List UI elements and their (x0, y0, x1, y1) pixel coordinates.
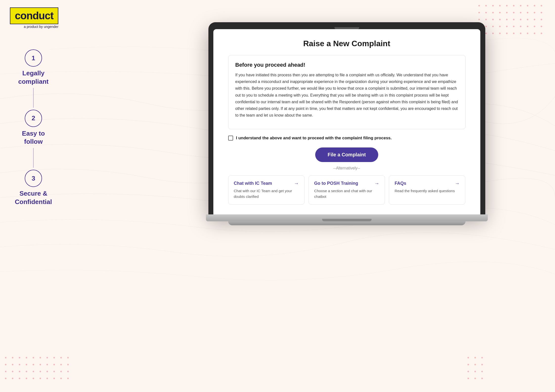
warning-body: If you have initiated this process then … (235, 72, 458, 119)
action-cards: Chat with IC Team → Chat with our IC Tea… (228, 175, 466, 205)
feature-label-1: Legallycompliant (18, 69, 49, 86)
feature-connector-2 (33, 148, 34, 168)
faqs-title: FAQs (395, 181, 406, 186)
posh-training-title: Go to POSH Training (314, 181, 358, 186)
warning-box: Before you proceed ahead! If you have in… (228, 55, 466, 129)
warning-title: Before you proceed ahead! (235, 62, 458, 68)
posh-training-header: Go to POSH Training → (314, 181, 379, 186)
faqs-header: FAQs → (395, 181, 460, 186)
faqs-desc: Read the frequently asked questions (395, 188, 460, 194)
alternatively-text: --Alternatively-- (228, 166, 466, 170)
feature-item-3: 3 Secure &Confidential (15, 170, 52, 206)
logo-box: conduct (10, 7, 58, 24)
chat-ic-team-title: Chat with IC Team (234, 181, 272, 186)
posh-training-arrow: → (374, 181, 379, 186)
screen-content: Raise a New Complaint Before you proceed… (213, 29, 480, 214)
chat-ic-team-arrow: → (294, 181, 299, 186)
posh-training-card[interactable]: Go to POSH Training → Choose a section a… (309, 175, 385, 205)
file-complaint-button[interactable]: File a Complaint (315, 147, 378, 162)
feature-label-2: Easy tofollow (22, 129, 45, 146)
checkbox-row[interactable]: I understand the above and want to proce… (228, 136, 466, 141)
posh-training-desc: Choose a section and chat with our chatb… (314, 188, 379, 199)
feature-item-2: 2 Easy tofollow (22, 110, 45, 146)
feature-circle-3: 3 (25, 170, 42, 187)
logo-text: conduct (15, 10, 53, 22)
laptop-outer: Raise a New Complaint Before you proceed… (208, 22, 485, 214)
feature-connector-1 (33, 88, 34, 108)
chat-ic-team-desc: Chat with our IC Team and get your doubt… (234, 188, 299, 199)
feature-item-1: 1 Legallycompliant (18, 49, 49, 86)
page-title: Raise a New Complaint (228, 39, 466, 48)
laptop-base (206, 214, 488, 221)
feature-circle-2: 2 (25, 110, 42, 127)
faqs-arrow: → (455, 181, 460, 186)
laptop-wrapper: Raise a New Complaint Before you proceed… (208, 22, 485, 225)
laptop-notch (334, 27, 359, 29)
checkbox-label: I understand the above and want to proce… (236, 136, 392, 141)
left-sidebar: 1 Legallycompliant 2 Easy tofollow 3 Sec… (15, 49, 52, 206)
laptop-screen: Raise a New Complaint Before you proceed… (213, 29, 480, 214)
faqs-card[interactable]: FAQs → Read the frequently asked questio… (389, 175, 465, 205)
feature-label-3: Secure &Confidential (15, 189, 52, 206)
feature-circle-1: 1 (25, 49, 42, 67)
logo: conduct a product by ungender (10, 7, 58, 29)
understand-checkbox[interactable] (228, 136, 233, 141)
chat-ic-team-card[interactable]: Chat with IC Team → Chat with our IC Tea… (228, 175, 305, 205)
decorative-dots-bottom-left: const dbl = document.querySelector('.dot… (5, 357, 72, 382)
laptop-foot (228, 221, 466, 225)
decorative-dots-top-right: const dtr = document.querySelector('.dot… (478, 5, 545, 37)
logo-sub: a product by ungender (10, 25, 58, 29)
decorative-dots-bottom-right: const dbr = document.querySelector('.dot… (467, 357, 486, 382)
chat-ic-team-header: Chat with IC Team → (234, 181, 299, 186)
